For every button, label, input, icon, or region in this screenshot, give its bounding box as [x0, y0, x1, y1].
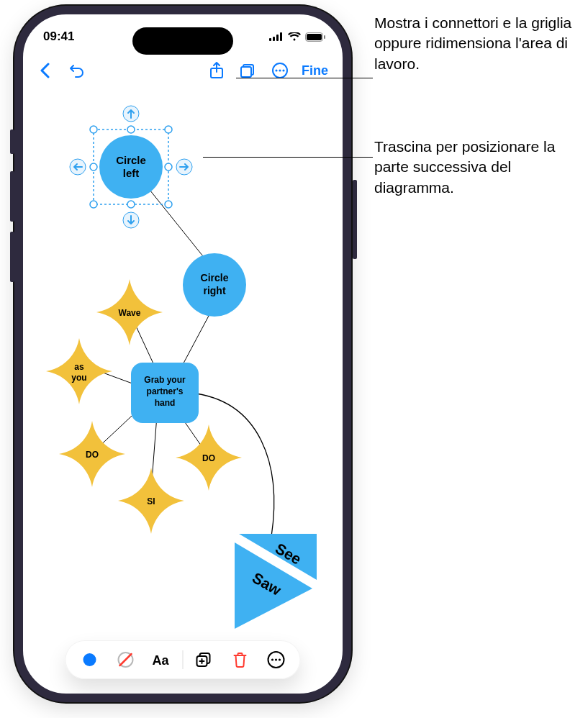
fill-color-button[interactable]: [75, 647, 105, 673]
svg-text:SI: SI: [147, 496, 155, 506]
node-si-star[interactable]: SI: [118, 468, 184, 534]
connector-handle-down[interactable]: [123, 212, 139, 228]
callout-line-2: [203, 157, 373, 158]
callout-canvas-options: Mostra i connettori e la griglia oppure …: [374, 13, 583, 74]
duplicate-button[interactable]: [189, 647, 220, 673]
share-button[interactable]: [202, 58, 231, 83]
node-grab-partner[interactable]: Grab your partner's hand: [131, 363, 199, 423]
diagram-svg: Circle right Grab your partner's hand Wa…: [23, 91, 343, 652]
svg-point-47: [90, 201, 97, 208]
svg-text:Wave: Wave: [119, 308, 141, 318]
drawing-canvas[interactable]: Circle right Grab your partner's hand Wa…: [23, 91, 343, 652]
svg-point-54: [83, 653, 96, 666]
top-toolbar: Fine: [23, 53, 343, 91]
more-actions-button[interactable]: [261, 647, 291, 673]
svg-point-62: [275, 658, 277, 660]
svg-line-56: [120, 654, 132, 665]
svg-text:partner's: partner's: [147, 386, 184, 396]
svg-rect-2: [276, 35, 279, 41]
svg-point-12: [279, 69, 281, 71]
phone-mute-switch: [10, 129, 14, 154]
toolbar-divider: [183, 650, 184, 669]
wifi-icon: [288, 32, 301, 41]
node-do1-star[interactable]: DO: [59, 421, 125, 487]
status-time: 09:41: [43, 29, 74, 44]
done-button[interactable]: Fine: [297, 63, 333, 78]
iphone-frame: 09:41 Fine: [14, 6, 351, 702]
svg-point-43: [127, 126, 135, 133]
bottom-toolbar: Aa: [65, 640, 301, 679]
svg-point-42: [90, 126, 97, 133]
battery-icon: [305, 32, 325, 42]
svg-text:as: as: [74, 362, 84, 372]
svg-text:you: you: [71, 373, 86, 383]
svg-rect-0: [269, 38, 271, 41]
callout-line-1: [236, 78, 373, 78]
svg-text:left: left: [123, 167, 140, 179]
svg-point-11: [275, 69, 277, 71]
dynamic-island: [132, 27, 233, 55]
svg-text:DO: DO: [86, 450, 99, 460]
phone-volume-up: [10, 171, 14, 222]
svg-point-48: [127, 201, 135, 208]
svg-text:Aa: Aa: [153, 653, 170, 668]
phone-volume-down: [10, 232, 14, 282]
node-circle-left-selected[interactable]: Circle left: [70, 106, 192, 228]
connector-handle-right[interactable]: [176, 159, 192, 175]
phone-power-button: [353, 180, 357, 259]
svg-point-44: [165, 126, 172, 133]
text-style-button[interactable]: Aa: [147, 647, 177, 673]
svg-rect-9: [241, 67, 251, 77]
svg-point-61: [271, 658, 273, 660]
svg-point-13: [282, 69, 284, 71]
connector-handle-left[interactable]: [70, 159, 86, 175]
svg-point-63: [279, 658, 281, 660]
back-button[interactable]: [30, 58, 59, 83]
svg-point-46: [165, 163, 172, 171]
node-circle-right[interactable]: Circle right: [183, 253, 246, 317]
svg-text:DO: DO: [202, 453, 215, 463]
svg-rect-3: [280, 32, 282, 41]
svg-point-49: [165, 201, 172, 208]
no-stroke-button[interactable]: [111, 647, 141, 673]
svg-rect-1: [273, 37, 275, 41]
cellular-icon: [269, 32, 284, 41]
node-as-you-star[interactable]: as you: [46, 338, 112, 404]
svg-text:hand: hand: [155, 398, 176, 408]
svg-text:right: right: [203, 285, 225, 296]
svg-rect-6: [324, 35, 325, 39]
undo-button[interactable]: [62, 58, 91, 83]
svg-rect-5: [307, 34, 322, 40]
node-do2-star[interactable]: DO: [176, 424, 242, 491]
svg-text:Grab your: Grab your: [144, 375, 186, 385]
canvas-options-button[interactable]: [234, 58, 263, 83]
more-options-button[interactable]: [266, 58, 294, 83]
svg-point-45: [90, 163, 97, 171]
svg-text:Circle: Circle: [201, 272, 229, 283]
callout-drag-connector: Trascina per posizionare la parte succes…: [374, 137, 583, 198]
svg-text:Circle: Circle: [116, 154, 146, 166]
node-wave-star[interactable]: Wave: [96, 279, 163, 345]
connector-handle-up[interactable]: [123, 106, 139, 122]
delete-button[interactable]: [225, 647, 255, 673]
